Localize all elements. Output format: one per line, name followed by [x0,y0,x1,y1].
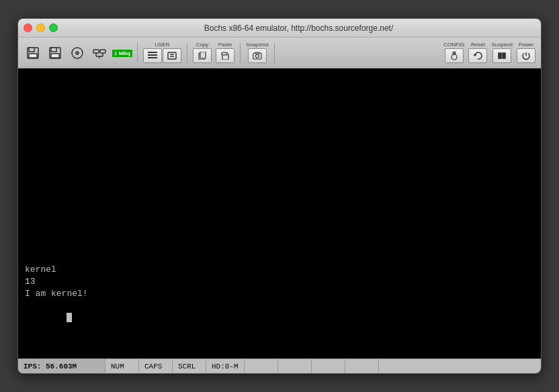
reset-section: Reset [468,42,487,63]
svg-point-27 [452,54,457,60]
hd-indicator: HD:0-M [206,359,245,373]
cd-icon[interactable] [67,41,88,65]
config-btn[interactable] [445,48,464,63]
mbq-label: 1 MBq [112,50,132,57]
emu-line-1: 13 [25,276,88,288]
power-btn[interactable] [517,48,535,63]
copy-btn[interactable] [193,48,212,63]
user-buttons [143,48,181,63]
floppy-icon-2[interactable] [44,41,66,65]
user-label: USER [155,42,169,48]
svg-rect-1 [29,48,34,52]
user-section: USER [143,42,181,63]
titlebar: Bochs x86-64 emulator, http://bochs.sour… [18,19,541,38]
maximize-button[interactable] [49,23,58,32]
emu-line-0: kernel [25,264,88,276]
config-label: CONFIG [443,42,464,48]
emulator-output: kernel 13 I am kernel! [25,264,88,338]
user-btn-1[interactable] [143,48,162,63]
statusbar: IPS: 56.603M NUM CAPS SCRL HD:0-M [18,358,541,373]
copy-label: Copy [196,42,209,48]
svg-rect-30 [499,53,501,58]
emulator-screen[interactable]: kernel 13 I am kernel! [18,68,541,358]
svg-rect-31 [503,53,505,58]
separator-1 [137,43,138,63]
svg-rect-8 [93,50,99,53]
status-slot-2 [278,359,312,373]
svg-rect-16 [148,57,157,58]
svg-rect-4 [51,48,56,52]
paste-label: Paste [218,42,232,48]
svg-rect-5 [51,54,59,58]
caps-indicator: CAPS [139,359,173,373]
svg-rect-15 [148,54,157,56]
config-section: CONFIG [443,42,464,63]
power-label: Power [519,42,534,48]
reset-btn[interactable] [468,48,487,63]
logo-area [22,41,110,65]
svg-point-7 [76,52,79,54]
svg-point-25 [255,54,259,58]
mbq-label-box: 1 MBq [112,41,133,65]
paste-section: Paste [216,42,234,63]
user-btn-2[interactable] [163,48,181,63]
cursor [67,313,72,322]
snapshot-section: Snapshot [246,42,269,63]
scrl-indicator: SCRL [173,359,206,373]
window-title: Bochs x86-64 emulator, http://bochs.sour… [62,23,535,33]
svg-rect-26 [255,52,259,54]
svg-rect-23 [222,52,227,55]
status-slot-4 [345,359,379,373]
snapshot-btn[interactable] [248,48,267,63]
paste-btn[interactable] [216,48,234,63]
separator-3 [240,43,241,63]
floppy-icon-1[interactable] [22,41,44,65]
svg-rect-9 [100,50,105,53]
suspend-section: Suspend [491,42,513,63]
minimize-button[interactable] [36,23,45,32]
svg-rect-14 [148,52,157,53]
svg-rect-17 [168,52,176,59]
separator-4 [274,43,275,63]
network-icon[interactable] [89,41,110,65]
svg-rect-21 [200,52,206,58]
svg-point-28 [453,52,456,54]
suspend-btn[interactable] [492,48,511,63]
svg-rect-2 [29,54,37,58]
close-button[interactable] [24,23,32,32]
bochs-window: Bochs x86-64 emulator, http://bochs.sour… [17,18,542,374]
status-slot-3 [312,359,345,373]
emu-line-2: I am kernel! [25,288,88,300]
toolbar-right: CONFIG Reset [442,42,537,63]
separator-2 [187,43,187,63]
reset-label: Reset [471,42,485,48]
suspend-label: Suspend [491,42,513,48]
copy-section: Copy [193,42,212,63]
power-section: Power [517,42,535,63]
emu-line-3 [25,300,88,338]
toolbar: 1 MBq USER [18,38,541,68]
status-slot-1 [245,359,278,373]
snapshot-label: Snapshot [246,42,269,48]
num-indicator: NUM [105,359,139,373]
ips-display: IPS: 56.603M [18,359,105,373]
